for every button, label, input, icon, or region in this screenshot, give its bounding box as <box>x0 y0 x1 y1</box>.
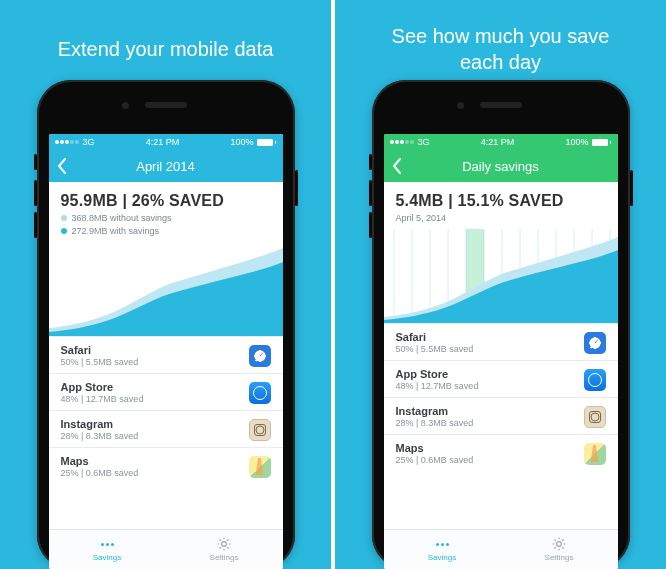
gear-icon <box>550 537 568 551</box>
savings-icon <box>433 537 451 551</box>
battery-icon <box>592 139 611 146</box>
app-row[interactable]: Maps25% | 0.6MB saved <box>384 434 618 471</box>
svg-line-27 <box>554 539 555 540</box>
tab-savings[interactable]: Savings <box>384 530 501 569</box>
app-row[interactable]: App Store48% | 12.7MB saved <box>384 360 618 397</box>
status-bar: 3G 4:21 PM 100% <box>49 134 283 150</box>
app-sub: 25% | 0.6MB saved <box>396 455 474 465</box>
headline: 95.9MB | 26% SAVED <box>61 192 271 210</box>
tab-settings[interactable]: Settings <box>166 530 283 569</box>
date-label: April 5, 2014 <box>396 213 606 223</box>
promo-panel-left: Extend your mobile data 3G 4:21 PM 100% <box>0 0 331 569</box>
app-row[interactable]: Safari50% | 5.5MB saved <box>49 336 283 373</box>
promo-title: See how much you save each day <box>392 22 610 76</box>
tab-bar: Savings Settings <box>384 529 618 569</box>
svg-line-5 <box>219 539 220 540</box>
appstore-icon <box>584 369 606 391</box>
tab-settings[interactable]: Settings <box>501 530 618 569</box>
back-button[interactable] <box>392 158 402 174</box>
promo-panel-right: See how much you save each day 3G 4:21 P… <box>331 0 666 569</box>
app-name: Safari <box>61 344 139 356</box>
app-name: App Store <box>396 368 479 380</box>
app-name: Instagram <box>61 418 139 430</box>
phone-frame: 3G 4:21 PM 100% Daily savings 5.4MB | 15… <box>372 80 630 569</box>
legend-without: 368.8MB without savings <box>61 213 271 223</box>
back-button[interactable] <box>57 158 67 174</box>
gear-icon <box>215 537 233 551</box>
svg-line-29 <box>554 547 555 548</box>
app-name: Safari <box>396 331 474 343</box>
app-name: Maps <box>61 455 139 467</box>
svg-line-30 <box>562 539 563 540</box>
app-sub: 48% | 12.7MB saved <box>61 394 144 404</box>
phone-frame: 3G 4:21 PM 100% April 2014 95.9MB | 26% … <box>37 80 295 569</box>
app-sub: 50% | 5.5MB saved <box>61 357 139 367</box>
app-name: App Store <box>61 381 144 393</box>
promo-title: Extend your mobile data <box>58 22 274 76</box>
stats-block: 95.9MB | 26% SAVED 368.8MB without savin… <box>49 182 283 242</box>
svg-line-28 <box>562 547 563 548</box>
daily-chart[interactable] <box>384 229 618 323</box>
phone-screen: 3G 4:21 PM 100% Daily savings 5.4MB | 15… <box>384 134 618 569</box>
battery-pct: 100% <box>230 137 253 147</box>
tab-savings[interactable]: Savings <box>49 530 166 569</box>
svg-line-8 <box>227 539 228 540</box>
maps-icon <box>249 456 271 478</box>
legend-dot-light-icon <box>61 215 67 221</box>
maps-icon <box>584 443 606 465</box>
legend-dot-dark-icon <box>61 228 67 234</box>
app-row[interactable]: App Store48% | 12.7MB saved <box>49 373 283 410</box>
usage-chart <box>49 242 283 336</box>
battery-icon <box>257 139 276 146</box>
header-title: April 2014 <box>136 159 195 174</box>
header-title: Daily savings <box>462 159 539 174</box>
instagram-icon <box>584 406 606 428</box>
safari-icon <box>584 332 606 354</box>
carrier-label: 3G <box>418 137 430 147</box>
signal-dots-icon <box>390 140 414 144</box>
clock: 4:21 PM <box>146 137 180 147</box>
phone-screen: 3G 4:21 PM 100% April 2014 95.9MB | 26% … <box>49 134 283 569</box>
screen-header: April 2014 <box>49 150 283 182</box>
app-sub: 28% | 8.3MB saved <box>396 418 474 428</box>
app-row[interactable]: Instagram28% | 8.3MB saved <box>49 410 283 447</box>
savings-icon <box>98 537 116 551</box>
battery-pct: 100% <box>565 137 588 147</box>
appstore-icon <box>249 382 271 404</box>
app-sub: 28% | 8.3MB saved <box>61 431 139 441</box>
status-bar: 3G 4:21 PM 100% <box>384 134 618 150</box>
signal-dots-icon <box>55 140 79 144</box>
app-row[interactable]: Safari50% | 5.5MB saved <box>384 323 618 360</box>
screen-header: Daily savings <box>384 150 618 182</box>
app-name: Maps <box>396 442 474 454</box>
tab-bar: Savings Settings <box>49 529 283 569</box>
app-sub: 50% | 5.5MB saved <box>396 344 474 354</box>
stats-block: 5.4MB | 15.1% SAVED April 5, 2014 <box>384 182 618 229</box>
svg-line-7 <box>219 547 220 548</box>
app-sub: 48% | 12.7MB saved <box>396 381 479 391</box>
svg-point-0 <box>222 542 227 547</box>
app-sub: 25% | 0.6MB saved <box>61 468 139 478</box>
instagram-icon <box>249 419 271 441</box>
safari-icon <box>249 345 271 367</box>
headline: 5.4MB | 15.1% SAVED <box>396 192 606 210</box>
app-name: Instagram <box>396 405 474 417</box>
app-row[interactable]: Maps25% | 0.6MB saved <box>49 447 283 484</box>
app-row[interactable]: Instagram28% | 8.3MB saved <box>384 397 618 434</box>
legend-with: 272.9MB with savings <box>61 226 271 236</box>
carrier-label: 3G <box>83 137 95 147</box>
svg-line-6 <box>227 547 228 548</box>
svg-point-22 <box>557 542 562 547</box>
clock: 4:21 PM <box>481 137 515 147</box>
